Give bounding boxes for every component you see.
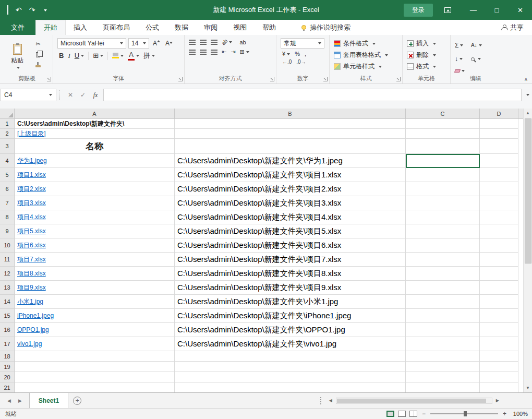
cell-b[interactable]: C:\Users\admin\Desktop\新建文件夹\项目3.xlsx	[175, 196, 406, 210]
align-center-icon[interactable]	[200, 50, 207, 55]
cell-c[interactable]	[406, 196, 480, 210]
name-box[interactable]: C4	[0, 89, 56, 101]
column-header-b[interactable]: B	[175, 109, 406, 119]
row-header[interactable]: 10	[0, 238, 15, 253]
fill-button[interactable]: ↓	[455, 55, 465, 63]
vertical-scrollbar[interactable]: ▲ ▼	[523, 109, 532, 392]
formula-input[interactable]	[103, 89, 522, 101]
file-hyperlink[interactable]: iPhone1.jpeg	[17, 312, 54, 319]
cell-a[interactable]: 项目4.xlsx	[15, 210, 175, 224]
select-all-corner[interactable]	[0, 109, 15, 119]
row-header[interactable]: 7	[0, 196, 15, 210]
cell-b[interactable]: C:\Users\admin\Desktop\新建文件夹\项目2.xlsx	[175, 182, 406, 196]
bold-button[interactable]: B	[59, 52, 64, 59]
delete-cells-button[interactable]: 删除	[407, 51, 436, 59]
row-header[interactable]: 9	[0, 224, 15, 238]
cell-c[interactable]	[406, 182, 480, 196]
cancel-icon[interactable]: ✕	[64, 89, 77, 101]
horizontal-scrollbar[interactable]	[336, 398, 492, 404]
increase-indent-icon[interactable]: ⇥	[231, 49, 235, 55]
cell-d[interactable]	[480, 309, 518, 323]
cell-b[interactable]: C:\Users\admin\Desktop\新建文件夹\项目6.xlsx	[175, 238, 406, 253]
cell-d[interactable]	[480, 210, 518, 224]
cell-a[interactable]: C:\Users\admin\Desktop\新建文件夹\	[15, 119, 175, 129]
minimize-button[interactable]: —	[462, 0, 485, 20]
cell-b[interactable]	[175, 382, 406, 392]
font-dialog-launcher-icon[interactable]	[178, 77, 183, 81]
cell-b[interactable]: C:\Users\admin\Desktop\新建文件夹\项目9.xlsx	[175, 281, 406, 295]
cell-a[interactable]	[15, 382, 175, 392]
close-button[interactable]: ✕	[509, 0, 532, 20]
italic-button[interactable]: I	[68, 52, 70, 60]
zoom-level[interactable]: 100%	[511, 411, 528, 417]
cell-c[interactable]	[406, 168, 480, 182]
format-as-table-button[interactable]: 套用表格格式	[334, 51, 388, 59]
align-right-icon[interactable]	[211, 50, 217, 55]
row-header[interactable]: 1	[0, 119, 15, 129]
row-header[interactable]: 21	[0, 382, 15, 392]
cell-c[interactable]	[406, 139, 480, 154]
cell-a[interactable]: 项目2.xlsx	[15, 182, 175, 196]
wrap-text-button[interactable]: ab	[239, 39, 249, 45]
file-hyperlink[interactable]: 项目9.xlsx	[17, 283, 46, 292]
phonetic-guide-button[interactable]: 拼	[143, 51, 155, 61]
cell-a[interactable]: vivo1.jpg	[15, 337, 175, 351]
cell-d[interactable]	[480, 196, 518, 210]
cell-b[interactable]	[175, 362, 406, 372]
file-hyperlink[interactable]: 项目3.xlsx	[17, 199, 46, 208]
cell-d[interactable]	[480, 182, 518, 196]
cell-c[interactable]	[406, 281, 480, 295]
normal-view-icon[interactable]	[386, 411, 394, 417]
cell-a[interactable]	[15, 372, 175, 382]
zoom-slider-thumb[interactable]	[464, 411, 467, 416]
cell-b[interactable]: C:\Users\admin\Desktop\新建文件夹\项目5.xlsx	[175, 224, 406, 238]
cell-d[interactable]	[480, 267, 518, 281]
cell-a[interactable]: 项目9.xlsx	[15, 281, 175, 295]
cell-d[interactable]	[480, 351, 518, 362]
cell-b[interactable]: C:\Users\admin\Desktop\新建文件夹\小米1.jpg	[175, 295, 406, 309]
row-header[interactable]: 12	[0, 267, 15, 281]
cell-d[interactable]	[480, 129, 518, 139]
tab-file[interactable]: 文件	[0, 20, 35, 35]
cell-c[interactable]	[406, 351, 480, 362]
save-icon[interactable]	[7, 6, 8, 14]
cell-b[interactable]	[175, 139, 406, 154]
row-header[interactable]: 13	[0, 281, 15, 295]
sheet-tab-sheet1[interactable]: Sheet1	[29, 393, 68, 408]
cell-b[interactable]: C:\Users\admin\Desktop\新建文件夹\OPPO1.jpg	[175, 323, 406, 337]
cell-b[interactable]: C:\Users\admin\Desktop\新建文件夹\华为1.jpeg	[175, 154, 406, 168]
format-painter-icon[interactable]	[32, 61, 44, 69]
scroll-down-icon[interactable]: ▼	[524, 384, 532, 392]
file-hyperlink[interactable]: vivo1.jpg	[17, 340, 42, 348]
row-header[interactable]: 15	[0, 309, 15, 323]
row-header[interactable]: 3	[0, 139, 15, 154]
cell-d[interactable]	[480, 139, 518, 154]
cell-a[interactable]	[15, 362, 175, 372]
cell-b[interactable]: C:\Users\admin\Desktop\新建文件夹\项目1.xlsx	[175, 168, 406, 182]
row-header[interactable]: 2	[0, 129, 15, 139]
file-hyperlink[interactable]: [上级目录]	[17, 129, 46, 138]
next-sheet-icon[interactable]: ▶	[18, 398, 22, 403]
cell-c[interactable]	[406, 295, 480, 309]
column-header-d[interactable]: D	[480, 109, 518, 119]
shrink-font-button[interactable]: A	[164, 40, 174, 47]
ribbon-display-options-icon[interactable]	[444, 7, 451, 13]
copy-icon[interactable]	[32, 50, 44, 59]
comma-style-icon[interactable]: ,	[305, 51, 306, 57]
cell-d[interactable]	[480, 362, 518, 372]
percent-style-icon[interactable]: %	[295, 51, 300, 57]
cell-c[interactable]	[406, 309, 480, 323]
cell-d[interactable]	[480, 323, 518, 337]
scroll-left-icon[interactable]: ◀	[328, 398, 334, 403]
file-hyperlink[interactable]: 项目4.xlsx	[17, 213, 46, 222]
cell-a[interactable]	[15, 351, 175, 362]
file-hyperlink[interactable]: 项目2.xlsx	[17, 185, 46, 194]
file-hyperlink[interactable]: 项目1.xlsx	[17, 171, 46, 179]
accounting-format-icon[interactable]: ¥	[282, 51, 290, 57]
grow-font-button[interactable]: A	[151, 40, 162, 47]
undo-icon[interactable]: ↶	[16, 6, 22, 14]
row-header[interactable]: 5	[0, 168, 15, 182]
cell-c[interactable]	[406, 362, 480, 372]
number-dialog-launcher-icon[interactable]	[323, 77, 328, 81]
font-name-combo[interactable]: Microsoft YaHei	[57, 38, 126, 49]
